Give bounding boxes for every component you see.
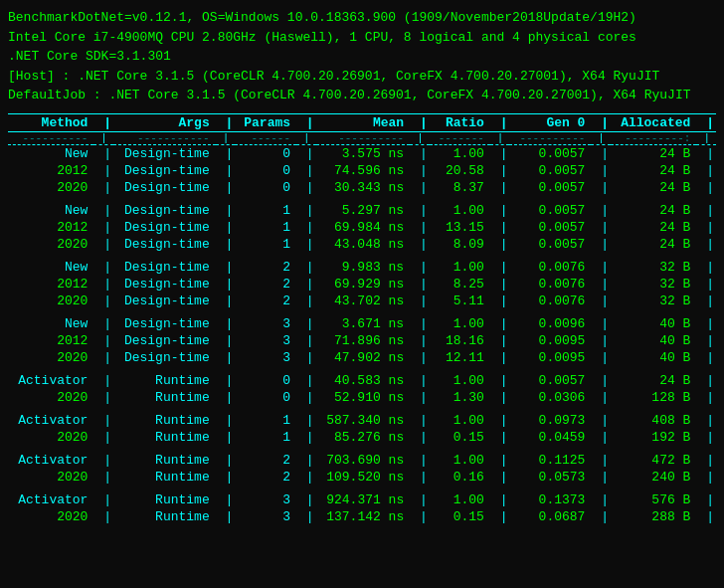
cell-gen0: 0.0096 [509,315,591,332]
cell-method: 2020 [8,429,93,446]
col-sep-1: | [93,113,113,131]
cell-sep1: | [93,315,113,332]
col-sep-6: | [591,113,611,131]
cell-sep3: | [296,491,316,508]
cell-args: Runtime [113,372,216,389]
col-sep-2: | [216,113,236,131]
cell-allocated: 24 B [611,202,696,219]
cell-allocated: 24 B [611,219,696,236]
cell-ratio: 1.00 [430,144,490,162]
cell-sep1: | [93,179,113,196]
cell-sep1: | [93,162,113,179]
cell-gen0: 0.0095 [509,349,591,366]
cell-sep6: | [591,412,611,429]
cell-ratio: 1.00 [430,412,490,429]
cell-mean: 3.671 ns [316,315,411,332]
cell-sep6: | [591,179,611,196]
cell-gen0: 0.0076 [509,276,591,293]
cell-sep6: | [591,349,611,366]
cell-sep5: | [490,372,510,389]
cell-sep1: | [93,332,113,349]
cell-sep7: | [696,508,716,525]
cell-sep5: | [490,349,510,366]
cell-sep4: | [410,412,430,429]
cell-gen0: 0.0306 [509,389,591,406]
cell-method: New [8,259,93,276]
cell-params: 2 [235,293,296,309]
sep-v2: | [216,131,236,144]
cell-sep7: | [696,236,716,253]
cell-sep5: | [490,332,510,349]
table-row: Activator | Runtime | 0 | 40.583 ns | 1.… [8,372,716,389]
cell-method: Activator [8,452,93,469]
header-line5: DefaultJob : .NET Core 3.1.5 (CoreCLR 4.… [8,86,716,105]
table-row: 2020 | Design-time | 3 | 47.902 ns | 12.… [8,349,716,366]
cell-sep6: | [591,202,611,219]
cell-allocated: 472 B [611,452,696,469]
cell-sep6: | [591,315,611,332]
cell-sep1: | [93,276,113,293]
cell-sep6: | [591,332,611,349]
cell-mean: 40.583 ns [316,372,411,389]
cell-sep2: | [216,293,236,309]
cell-method: 2020 [8,236,93,253]
cell-mean: 109.520 ns [316,469,411,486]
cell-sep1: | [93,349,113,366]
cell-args: Runtime [113,491,216,508]
cell-sep1: | [93,372,113,389]
cell-sep4: | [410,469,430,486]
cell-method: 2020 [8,179,93,196]
cell-sep6: | [591,144,611,162]
cell-sep2: | [216,219,236,236]
cell-sep1: | [93,236,113,253]
cell-sep4: | [410,259,430,276]
cell-mean: 924.371 ns [316,491,411,508]
cell-method: 2012 [8,219,93,236]
cell-args: Runtime [113,452,216,469]
cell-mean: 47.902 ns [316,349,411,366]
cell-args: Design-time [113,219,216,236]
cell-sep7: | [696,144,716,162]
table-row: 2012 | Design-time | 0 | 74.596 ns | 20.… [8,162,716,179]
sep-method: ---------- [8,131,93,144]
cell-sep1: | [93,259,113,276]
cell-mean: 5.297 ns [316,202,411,219]
cell-allocated: 40 B [611,315,696,332]
sep-mean: ---------- [316,131,411,144]
cell-sep7: | [696,452,716,469]
cell-allocated: 32 B [611,259,696,276]
table-row: New | Design-time | 1 | 5.297 ns | 1.00 … [8,202,716,219]
sep-allocated: ---------: [611,131,696,144]
cell-allocated: 24 B [611,372,696,389]
cell-params: 1 [235,429,296,446]
col-sep-4: | [410,113,430,131]
cell-ratio: 13.15 [430,219,490,236]
cell-sep1: | [93,144,113,162]
sep-v1: | [93,131,113,144]
cell-sep4: | [410,162,430,179]
cell-sep2: | [216,349,236,366]
cell-sep2: | [216,276,236,293]
table-row: 2020 | Runtime | 3 | 137.142 ns | 0.15 |… [8,508,716,525]
cell-args: Runtime [113,412,216,429]
cell-args: Design-time [113,276,216,293]
cell-sep5: | [490,508,510,525]
cell-sep7: | [696,162,716,179]
cell-sep2: | [216,389,236,406]
cell-gen0: 0.1373 [509,491,591,508]
cell-sep4: | [410,179,430,196]
cell-sep6: | [591,162,611,179]
cell-sep1: | [93,412,113,429]
cell-sep3: | [296,315,316,332]
cell-sep4: | [410,491,430,508]
cell-args: Design-time [113,315,216,332]
cell-allocated: 408 B [611,412,696,429]
cell-sep3: | [296,429,316,446]
cell-mean: 69.929 ns [316,276,411,293]
cell-sep3: | [296,389,316,406]
cell-sep5: | [490,219,510,236]
cell-sep4: | [410,202,430,219]
cell-sep1: | [93,508,113,525]
cell-sep5: | [490,144,510,162]
cell-args: Runtime [113,469,216,486]
